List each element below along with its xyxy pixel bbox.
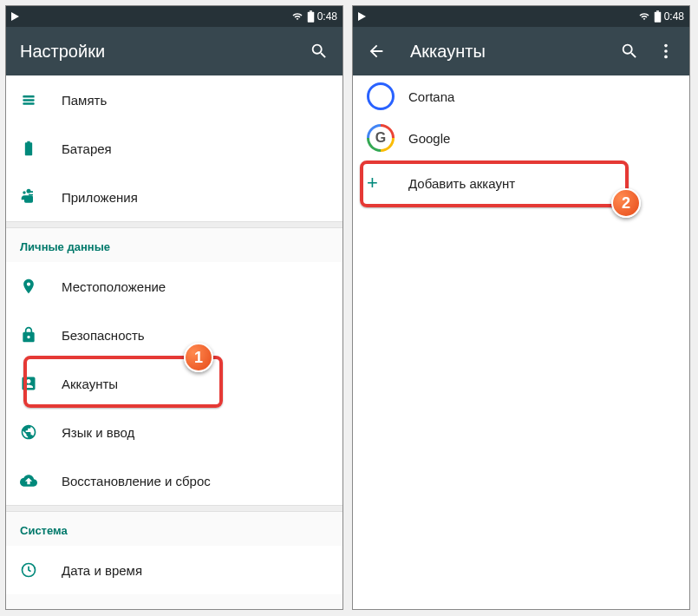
section-header-personal: Личные данные [6, 228, 342, 262]
account-item-cortana[interactable]: Cortana [353, 75, 689, 117]
more-icon[interactable] [656, 42, 675, 61]
item-label: Восстановление и сброс [62, 474, 211, 488]
battery-icon [654, 10, 662, 23]
play-store-icon [11, 12, 19, 21]
wifi-icon [290, 11, 304, 22]
settings-item-accounts[interactable]: Аккаунты [6, 359, 342, 408]
item-label: Местоположение [62, 279, 166, 294]
clock-text: 0:48 [664, 10, 684, 23]
svg-rect-8 [654, 12, 661, 23]
svg-point-5 [27, 189, 31, 193]
clock-icon [20, 561, 37, 579]
settings-item-backup[interactable]: Восстановление и сброс [6, 456, 342, 505]
item-label: Приложения [62, 190, 138, 205]
phone-left-settings: 0:48 Настройки Память Батарея Приложения… [5, 5, 343, 610]
svg-rect-3 [23, 99, 34, 102]
accounts-list: Cortana Google + Добавить аккаунт [353, 75, 689, 609]
status-bar: 0:48 [353, 6, 689, 27]
language-icon [20, 423, 37, 441]
item-label: Память [62, 93, 107, 108]
search-icon[interactable] [310, 42, 329, 61]
status-bar: 0:48 [6, 6, 342, 27]
app-bar: Аккаунты [353, 27, 689, 75]
clock-text: 0:48 [317, 10, 337, 23]
item-label: Добавить аккаунт [408, 176, 515, 191]
settings-item-apps[interactable]: Приложения [6, 173, 342, 221]
account-item-google[interactable]: Google [353, 117, 689, 159]
settings-list: Память Батарея Приложения Личные данные … [6, 75, 342, 609]
page-title: Аккаунты [410, 42, 620, 62]
item-label: Батарея [62, 141, 112, 156]
lock-icon [20, 326, 37, 344]
svg-rect-9 [656, 10, 659, 12]
item-label: Язык и ввод [62, 425, 134, 440]
cortana-icon [367, 82, 395, 110]
battery-icon [20, 140, 37, 157]
svg-rect-6 [24, 195, 33, 202]
svg-rect-1 [310, 10, 312, 12]
svg-point-12 [664, 56, 668, 59]
plus-icon: + [367, 172, 378, 194]
wifi-icon [637, 11, 651, 22]
backup-icon [20, 472, 37, 489]
search-icon[interactable] [620, 42, 639, 61]
apps-icon [20, 188, 37, 206]
phone-right-accounts: 0:48 Аккаунты Cortana Google + Добавить … [352, 5, 690, 610]
svg-point-10 [664, 44, 668, 48]
item-label: Google [408, 131, 450, 146]
section-header-system: Система [6, 512, 342, 546]
svg-rect-4 [23, 102, 34, 105]
svg-point-11 [664, 49, 668, 53]
location-icon [20, 278, 37, 295]
settings-item-security[interactable]: Безопасность [6, 311, 342, 359]
play-store-icon [358, 12, 366, 21]
item-label: Безопасность [62, 328, 145, 343]
step-badge-2: 2 [611, 188, 641, 218]
settings-item-datetime[interactable]: Дата и время [6, 546, 342, 594]
back-button[interactable] [367, 42, 386, 61]
battery-icon [307, 10, 315, 23]
page-title: Настройки [20, 42, 310, 62]
item-label: Cortana [408, 89, 454, 104]
google-icon [367, 124, 395, 152]
memory-icon [20, 91, 37, 108]
settings-item-language[interactable]: Язык и ввод [6, 408, 342, 456]
settings-item-battery[interactable]: Батарея [6, 124, 342, 173]
settings-item-memory[interactable]: Память [6, 75, 342, 124]
svg-rect-2 [23, 95, 34, 98]
settings-item-location[interactable]: Местоположение [6, 262, 342, 311]
item-label: Аккаунты [62, 377, 118, 391]
item-label: Дата и время [62, 563, 142, 578]
app-bar: Настройки [6, 27, 342, 75]
step-badge-1: 1 [184, 343, 213, 372]
svg-rect-0 [307, 12, 314, 23]
account-icon [20, 375, 37, 392]
